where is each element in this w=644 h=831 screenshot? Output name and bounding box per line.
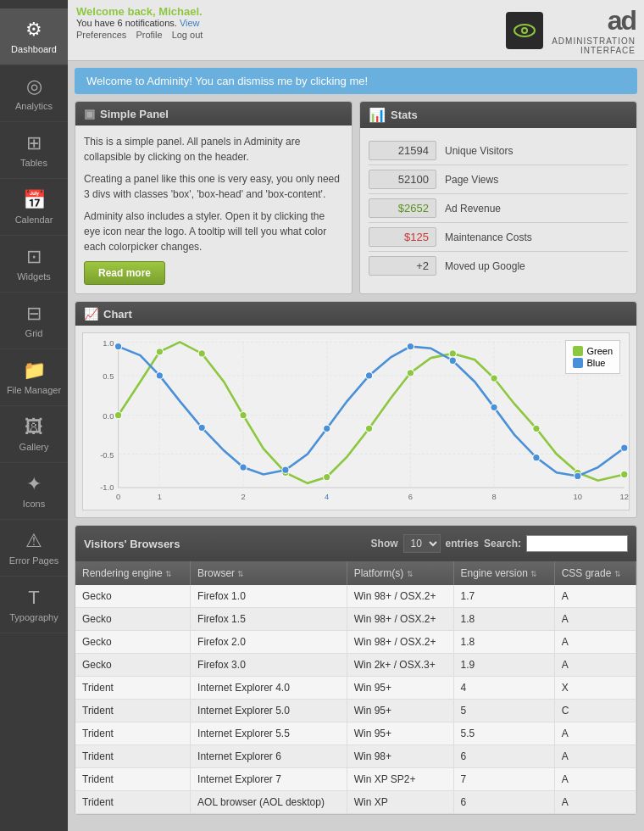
- svg-point-34: [365, 425, 372, 432]
- svg-text:10: 10: [574, 493, 582, 501]
- analytics-icon: ◎: [26, 75, 42, 98]
- welcome-text: Welcome back, Michael.: [76, 5, 209, 18]
- stats-panel-header[interactable]: 📊 Stats: [360, 102, 636, 128]
- svg-text:12: 12: [620, 493, 629, 501]
- table-row: TridentInternet Explorer 6Win 98+6A: [75, 745, 636, 768]
- svg-text:6: 6: [408, 493, 413, 501]
- svg-text:0.5: 0.5: [103, 372, 114, 381]
- stats-panel-body: 21594 Unique Visitors 52100 Page Views $…: [360, 128, 636, 288]
- svg-point-49: [449, 357, 456, 364]
- stat-label-5: Moved up Google: [445, 260, 525, 272]
- entries-select[interactable]: 10 25 50: [403, 534, 441, 553]
- browsers-table-panel: Visitors' Browsers Show 10 25 50 entries…: [75, 525, 637, 815]
- sidebar-item-calendar[interactable]: 📅 Calendar: [0, 179, 68, 236]
- table-row: TridentInternet Explorer 7Win XP SP2+7A: [75, 768, 636, 791]
- svg-point-48: [407, 343, 414, 349]
- svg-point-37: [491, 375, 497, 382]
- svg-text:8: 8: [491, 493, 496, 501]
- legend-blue: Blue: [573, 358, 613, 368]
- header: Welcome back, Michael. You have 6 notifi…: [68, 0, 644, 61]
- notification-text: You have 6 notifications. View: [76, 18, 209, 28]
- stat-label-2: Page Views: [445, 174, 498, 186]
- svg-point-53: [621, 444, 628, 451]
- sidebar-item-label: Icons: [23, 499, 45, 509]
- content-area: ▣ Simple Panel This is a simple panel. A…: [68, 101, 644, 822]
- header-left: Welcome back, Michael. You have 6 notifi…: [76, 5, 209, 40]
- stat-row-3: $2652 Ad Revenue: [369, 194, 628, 223]
- svg-point-43: [198, 424, 205, 431]
- svg-point-44: [240, 464, 247, 471]
- table-row: TridentInternet Explorer 5.0Win 95+5C: [75, 700, 636, 722]
- stat-value-5: +2: [369, 256, 436, 276]
- chart-svg: 1.0 0.5 0.0 -0.5 -1.0 0 1 2 4 6 8 10 12: [83, 333, 629, 510]
- simple-panel-header[interactable]: ▣ Simple Panel: [75, 102, 352, 125]
- svg-point-29: [156, 349, 163, 355]
- top-row: ▣ Simple Panel This is a simple panel. A…: [75, 101, 637, 294]
- header-right: ad ADMINISTRATION INTERFACE: [506, 5, 636, 55]
- simple-panel: ▣ Simple Panel This is a simple panel. A…: [75, 101, 353, 294]
- chart-panel: 📈 Chart: [75, 301, 637, 518]
- svg-point-35: [407, 370, 414, 376]
- typography-icon: T: [28, 587, 39, 609]
- svg-point-36: [449, 350, 456, 357]
- profile-link[interactable]: Profile: [136, 30, 162, 40]
- sidebar-item-filemanager[interactable]: 📁 File Manager: [0, 349, 68, 406]
- stats-icon: 📊: [369, 107, 386, 123]
- sidebar-item-tables[interactable]: ⊞ Tables: [0, 122, 68, 179]
- sidebar-item-typography[interactable]: T Typography: [0, 577, 68, 633]
- panel-collapse-icon: ▣: [84, 107, 95, 120]
- show-label: Show: [371, 538, 398, 549]
- eye-icon: [514, 21, 536, 40]
- svg-point-28: [114, 412, 121, 419]
- sidebar-item-errorpages[interactable]: ⚠ Error Pages: [0, 520, 68, 577]
- grid-icon: ⊟: [26, 303, 42, 325]
- eye-logo[interactable]: [506, 12, 543, 49]
- svg-point-30: [198, 350, 205, 357]
- svg-point-51: [533, 454, 540, 460]
- filemanager-icon: 📁: [23, 360, 46, 382]
- col-css-grade[interactable]: CSS grade ⇅: [554, 561, 636, 585]
- errorpages-icon: ⚠: [25, 530, 42, 552]
- table-controls: Show 10 25 50 entries Search:: [371, 531, 628, 556]
- svg-point-33: [324, 473, 330, 480]
- stat-row-2: 52100 Page Views: [369, 165, 628, 194]
- sidebar-item-analytics[interactable]: ◎ Analytics: [0, 65, 68, 122]
- col-engine-version[interactable]: Engine version ⇅: [453, 561, 554, 585]
- sidebar-item-widgets[interactable]: ⊡ Widgets: [0, 236, 68, 293]
- logout-link[interactable]: Log out: [172, 30, 203, 40]
- browsers-table-header[interactable]: Visitors' Browsers Show 10 25 50 entries…: [75, 526, 636, 561]
- svg-text:2: 2: [241, 493, 245, 501]
- search-input[interactable]: [526, 535, 628, 552]
- svg-point-41: [114, 343, 121, 349]
- sidebar-item-icons[interactable]: ✦ Icons: [0, 463, 68, 520]
- svg-text:0: 0: [116, 493, 120, 501]
- sidebar-item-label: Analytics: [15, 101, 53, 111]
- col-rendering-engine[interactable]: Rendering engine ⇅: [75, 561, 191, 585]
- read-more-button[interactable]: Read more: [84, 261, 165, 285]
- sidebar-item-gallery[interactable]: 🖼 Gallery: [0, 406, 68, 463]
- chart-panel-header[interactable]: 📈 Chart: [75, 302, 636, 326]
- col-platform[interactable]: Platform(s) ⇅: [347, 561, 453, 585]
- notification-bar[interactable]: Welcome to Adminity! You can dismiss me …: [75, 68, 637, 94]
- header-links: Preferences Profile Log out: [76, 30, 209, 40]
- table-row: TridentAOL browser (AOL desktop)Win XP6A: [75, 791, 636, 814]
- tables-icon: ⊞: [26, 132, 42, 154]
- stat-row-5: +2 Moved up Google: [369, 252, 628, 280]
- svg-text:1: 1: [158, 493, 162, 501]
- preferences-link[interactable]: Preferences: [76, 30, 126, 40]
- stat-label-4: Maintenance Costs: [445, 231, 532, 243]
- sidebar-item-label: File Manager: [7, 385, 61, 395]
- table-row: TridentInternet Explorer 5.5Win 95+5.5A: [75, 722, 636, 745]
- table-row: TridentInternet Explorer 4.0Win 95+4X: [75, 677, 636, 700]
- table-row: GeckoFirefox 2.0Win 98+ / OSX.2+1.8A: [75, 631, 636, 654]
- col-browser[interactable]: Browser ⇅: [191, 561, 347, 585]
- sidebar-item-dashboard[interactable]: ⚙ Dashboard: [0, 8, 68, 65]
- stat-label-3: Ad Revenue: [445, 203, 501, 215]
- stat-value-4: $125: [369, 227, 436, 247]
- table-row: GeckoFirefox 1.0Win 98+ / OSX.2+1.7A: [75, 585, 636, 608]
- chart-panel-title: Chart: [103, 308, 132, 321]
- admin-abbr: ad: [552, 5, 636, 36]
- sidebar-item-grid[interactable]: ⊟ Grid: [0, 293, 68, 349]
- svg-point-42: [156, 372, 163, 379]
- view-notifications-link[interactable]: View: [180, 18, 200, 28]
